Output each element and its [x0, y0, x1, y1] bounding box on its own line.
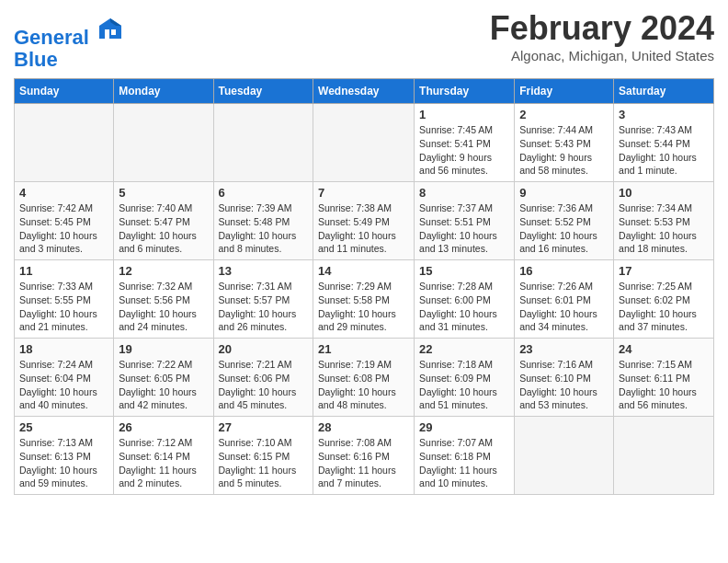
weekday-header-sunday: Sunday — [15, 79, 114, 104]
day-number: 20 — [219, 342, 309, 356]
day-number: 28 — [318, 420, 409, 434]
day-detail: Sunrise: 7:33 AMSunset: 5:55 PMDaylight:… — [19, 280, 108, 334]
weekday-header-wednesday: Wednesday — [313, 79, 415, 104]
calendar-week-row: 11 Sunrise: 7:33 AMSunset: 5:55 PMDaylig… — [15, 260, 714, 339]
day-number: 24 — [619, 342, 709, 356]
calendar-cell: 7 Sunrise: 7:38 AMSunset: 5:49 PMDayligh… — [313, 182, 415, 260]
calendar-cell: 20 Sunrise: 7:21 AMSunset: 6:06 PMDaylig… — [213, 339, 313, 417]
logo: General Blue — [14, 17, 123, 71]
calendar-cell: 1 Sunrise: 7:45 AMSunset: 5:41 PMDayligh… — [415, 104, 515, 182]
calendar-cell: 24 Sunrise: 7:15 AMSunset: 6:11 PMDaylig… — [614, 339, 714, 417]
day-number: 15 — [419, 264, 509, 278]
day-number: 22 — [419, 342, 509, 356]
day-detail: Sunrise: 7:19 AMSunset: 6:08 PMDaylight:… — [318, 358, 409, 412]
day-detail: Sunrise: 7:15 AMSunset: 6:11 PMDaylight:… — [619, 358, 709, 412]
calendar-week-row: 18 Sunrise: 7:24 AMSunset: 6:04 PMDaylig… — [15, 339, 714, 417]
calendar-cell: 18 Sunrise: 7:24 AMSunset: 6:04 PMDaylig… — [15, 339, 114, 417]
calendar-cell: 17 Sunrise: 7:25 AMSunset: 6:02 PMDaylig… — [614, 260, 714, 339]
calendar-cell: 19 Sunrise: 7:22 AMSunset: 6:05 PMDaylig… — [114, 339, 213, 417]
day-detail: Sunrise: 7:45 AMSunset: 5:41 PMDaylight:… — [419, 123, 509, 178]
day-detail: Sunrise: 7:13 AMSunset: 6:13 PMDaylight:… — [19, 436, 108, 490]
calendar-cell: 3 Sunrise: 7:43 AMSunset: 5:44 PMDayligh… — [614, 104, 714, 182]
calendar-cell — [515, 417, 614, 495]
day-number: 4 — [19, 186, 108, 200]
day-detail: Sunrise: 7:43 AMSunset: 5:44 PMDaylight:… — [619, 123, 709, 178]
logo-general: General — [14, 26, 89, 49]
day-number: 2 — [519, 108, 609, 121]
day-detail: Sunrise: 7:21 AMSunset: 6:06 PMDaylight:… — [219, 358, 309, 412]
day-detail: Sunrise: 7:24 AMSunset: 6:04 PMDaylight:… — [19, 358, 108, 412]
svg-rect-3 — [111, 29, 116, 35]
day-number: 14 — [318, 264, 409, 278]
day-detail: Sunrise: 7:16 AMSunset: 6:10 PMDaylight:… — [519, 358, 609, 412]
calendar-cell: 8 Sunrise: 7:37 AMSunset: 5:51 PMDayligh… — [415, 182, 515, 260]
day-detail: Sunrise: 7:37 AMSunset: 5:51 PMDaylight:… — [419, 201, 509, 256]
calendar-week-row: 4 Sunrise: 7:42 AMSunset: 5:45 PMDayligh… — [15, 182, 714, 260]
calendar-week-row: 25 Sunrise: 7:13 AMSunset: 6:13 PMDaylig… — [15, 417, 714, 495]
day-number: 19 — [119, 342, 208, 356]
calendar-cell: 11 Sunrise: 7:33 AMSunset: 5:55 PMDaylig… — [15, 260, 114, 339]
day-detail: Sunrise: 7:22 AMSunset: 6:05 PMDaylight:… — [119, 358, 208, 412]
calendar-cell — [114, 104, 213, 182]
calendar-cell: 10 Sunrise: 7:34 AMSunset: 5:53 PMDaylig… — [614, 182, 714, 260]
weekday-header-thursday: Thursday — [415, 79, 515, 104]
day-number: 1 — [419, 108, 509, 121]
day-detail: Sunrise: 7:32 AMSunset: 5:56 PMDaylight:… — [119, 280, 208, 334]
day-number: 13 — [219, 264, 309, 278]
day-detail: Sunrise: 7:31 AMSunset: 5:57 PMDaylight:… — [219, 280, 309, 334]
calendar-table: SundayMondayTuesdayWednesdayThursdayFrid… — [14, 78, 714, 495]
day-number: 18 — [19, 342, 108, 356]
calendar-cell — [15, 104, 114, 182]
day-number: 25 — [19, 420, 108, 434]
calendar-cell: 26 Sunrise: 7:12 AMSunset: 6:14 PMDaylig… — [114, 417, 213, 495]
day-number: 10 — [619, 186, 709, 200]
calendar-cell: 15 Sunrise: 7:28 AMSunset: 6:00 PMDaylig… — [415, 260, 515, 339]
calendar-cell: 25 Sunrise: 7:13 AMSunset: 6:13 PMDaylig… — [15, 417, 114, 495]
calendar-cell: 21 Sunrise: 7:19 AMSunset: 6:08 PMDaylig… — [313, 339, 415, 417]
day-number: 21 — [318, 342, 409, 356]
page-header: General Blue February 2024 Algonac, Mich… — [14, 9, 714, 71]
day-detail: Sunrise: 7:26 AMSunset: 6:01 PMDaylight:… — [519, 280, 609, 334]
day-number: 8 — [419, 186, 509, 200]
logo-icon — [97, 17, 123, 42]
calendar-cell: 29 Sunrise: 7:07 AMSunset: 6:18 PMDaylig… — [415, 417, 515, 495]
day-detail: Sunrise: 7:18 AMSunset: 6:09 PMDaylight:… — [419, 358, 509, 412]
title-block: February 2024 Algonac, Michigan, United … — [490, 9, 714, 63]
calendar-cell: 28 Sunrise: 7:08 AMSunset: 6:16 PMDaylig… — [313, 417, 415, 495]
day-detail: Sunrise: 7:29 AMSunset: 5:58 PMDaylight:… — [318, 280, 409, 334]
day-number: 12 — [119, 264, 208, 278]
day-detail: Sunrise: 7:38 AMSunset: 5:49 PMDaylight:… — [318, 201, 409, 256]
day-number: 26 — [119, 420, 208, 434]
day-detail: Sunrise: 7:44 AMSunset: 5:43 PMDaylight:… — [519, 123, 609, 178]
weekday-header-monday: Monday — [114, 79, 213, 104]
svg-rect-2 — [105, 29, 109, 39]
calendar-cell: 16 Sunrise: 7:26 AMSunset: 6:01 PMDaylig… — [515, 260, 614, 339]
day-detail: Sunrise: 7:10 AMSunset: 6:15 PMDaylight:… — [219, 436, 309, 490]
calendar-cell: 23 Sunrise: 7:16 AMSunset: 6:10 PMDaylig… — [515, 339, 614, 417]
calendar-cell: 13 Sunrise: 7:31 AMSunset: 5:57 PMDaylig… — [213, 260, 313, 339]
weekday-header-friday: Friday — [515, 79, 614, 104]
location: Algonac, Michigan, United States — [490, 48, 714, 63]
day-detail: Sunrise: 7:25 AMSunset: 6:02 PMDaylight:… — [619, 280, 709, 334]
day-number: 11 — [19, 264, 108, 278]
day-number: 6 — [219, 186, 309, 200]
day-detail: Sunrise: 7:12 AMSunset: 6:14 PMDaylight:… — [119, 436, 208, 490]
calendar-cell: 5 Sunrise: 7:40 AMSunset: 5:47 PMDayligh… — [114, 182, 213, 260]
calendar-cell: 22 Sunrise: 7:18 AMSunset: 6:09 PMDaylig… — [415, 339, 515, 417]
month-title: February 2024 — [490, 9, 714, 48]
day-detail: Sunrise: 7:08 AMSunset: 6:16 PMDaylight:… — [318, 436, 409, 490]
day-detail: Sunrise: 7:40 AMSunset: 5:47 PMDaylight:… — [119, 201, 208, 256]
logo-blue: Blue — [14, 48, 58, 71]
calendar-cell: 4 Sunrise: 7:42 AMSunset: 5:45 PMDayligh… — [15, 182, 114, 260]
day-number: 7 — [318, 186, 409, 200]
calendar-cell: 27 Sunrise: 7:10 AMSunset: 6:15 PMDaylig… — [213, 417, 313, 495]
day-detail: Sunrise: 7:07 AMSunset: 6:18 PMDaylight:… — [419, 436, 509, 490]
weekday-header-row: SundayMondayTuesdayWednesdayThursdayFrid… — [15, 79, 714, 104]
day-number: 17 — [619, 264, 709, 278]
calendar-cell: 14 Sunrise: 7:29 AMSunset: 5:58 PMDaylig… — [313, 260, 415, 339]
calendar-cell: 12 Sunrise: 7:32 AMSunset: 5:56 PMDaylig… — [114, 260, 213, 339]
day-detail: Sunrise: 7:28 AMSunset: 6:00 PMDaylight:… — [419, 280, 509, 334]
day-number: 29 — [419, 420, 509, 434]
calendar-cell — [313, 104, 415, 182]
calendar-cell: 6 Sunrise: 7:39 AMSunset: 5:48 PMDayligh… — [213, 182, 313, 260]
